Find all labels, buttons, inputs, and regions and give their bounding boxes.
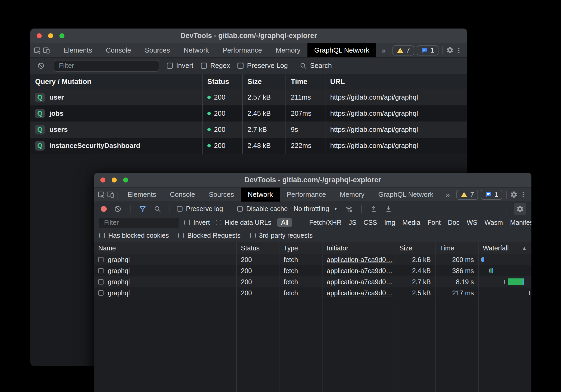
checkbox-box[interactable] bbox=[201, 63, 207, 69]
type-filter-js[interactable]: JS bbox=[349, 219, 356, 226]
record-network-log-button[interactable] bbox=[101, 206, 107, 212]
more-options-icon[interactable] bbox=[518, 188, 528, 202]
checkbox-box[interactable] bbox=[177, 206, 183, 212]
settings-gear-icon[interactable] bbox=[445, 43, 454, 57]
table-row[interactable]: Qjobs 200 2.45 kB 207ms https://gitlab.c… bbox=[30, 105, 467, 122]
device-toolbar-icon[interactable] bbox=[106, 188, 115, 202]
regex-checkbox[interactable]: Regex bbox=[201, 62, 230, 70]
tab-performance[interactable]: Performance bbox=[216, 43, 269, 57]
column-header-size[interactable]: Size bbox=[395, 242, 435, 254]
column-header-url[interactable]: URL bbox=[325, 74, 467, 89]
titlebar[interactable]: DevTools - gitlab.com/-/graphql-explorer bbox=[94, 173, 531, 188]
checkbox-box[interactable] bbox=[167, 63, 173, 69]
network-request-row[interactable]: graphql 200 fetch application-a7ca9d0… 2… bbox=[94, 265, 531, 276]
hide-data-urls-checkbox[interactable]: Hide data URLs bbox=[216, 219, 271, 226]
tab-graphql-network[interactable]: GraphQL Network bbox=[307, 43, 376, 57]
checkbox-box[interactable] bbox=[99, 233, 105, 238]
tab-memory[interactable]: Memory bbox=[333, 188, 371, 202]
initiator-link[interactable]: application-a7ca9d0… bbox=[327, 256, 392, 264]
column-header-status[interactable]: Status bbox=[236, 242, 279, 254]
column-header-size[interactable]: Size bbox=[242, 74, 286, 89]
type-filter-img[interactable]: Img bbox=[384, 219, 395, 226]
row-checkbox[interactable] bbox=[98, 279, 104, 284]
column-header-waterfall[interactable]: Waterfall ▲ bbox=[478, 242, 531, 254]
network-settings-gear-icon[interactable] bbox=[514, 203, 526, 215]
type-filter-wasm[interactable]: Wasm bbox=[484, 219, 503, 226]
checkbox-box[interactable] bbox=[216, 220, 221, 225]
import-har-icon[interactable] bbox=[368, 205, 379, 213]
export-har-icon[interactable] bbox=[383, 205, 394, 213]
type-filter-doc[interactable]: Doc bbox=[448, 219, 459, 226]
network-request-row[interactable]: graphql 200 fetch application-a7ca9d0… 2… bbox=[94, 276, 531, 287]
warnings-badge[interactable]: 7 bbox=[456, 190, 478, 200]
tab-sources[interactable]: Sources bbox=[202, 188, 241, 202]
row-checkbox[interactable] bbox=[98, 268, 104, 273]
initiator-link[interactable]: application-a7ca9d0… bbox=[327, 289, 392, 297]
minimize-window-button[interactable] bbox=[48, 33, 53, 38]
type-filter-all[interactable]: All bbox=[277, 218, 292, 227]
checkbox-box[interactable] bbox=[178, 233, 184, 238]
inspect-element-icon[interactable] bbox=[33, 43, 42, 57]
maximize-window-button[interactable] bbox=[123, 178, 128, 183]
checkbox-box[interactable] bbox=[184, 220, 190, 225]
has-blocked-cookies-checkbox[interactable]: Has blocked cookies bbox=[99, 232, 169, 239]
column-header-initiator[interactable]: Initiator bbox=[322, 242, 395, 254]
titlebar[interactable]: DevTools - gitlab.com/-/graphql-explorer bbox=[30, 29, 467, 43]
more-tabs-icon[interactable]: » bbox=[376, 43, 391, 57]
search-button[interactable]: Search bbox=[300, 62, 332, 70]
type-filter-ws[interactable]: WS bbox=[467, 219, 477, 226]
table-row[interactable]: Qusers 200 2.7 kB 9s https://gitlab.com/… bbox=[30, 122, 467, 138]
initiator-link[interactable]: application-a7ca9d0… bbox=[327, 267, 392, 275]
type-filter-css[interactable]: CSS bbox=[363, 219, 377, 226]
blocked-requests-checkbox[interactable]: Blocked Requests bbox=[178, 232, 241, 239]
tab-network[interactable]: Network bbox=[241, 188, 280, 202]
warnings-badge[interactable]: 7 bbox=[392, 45, 414, 55]
tab-elements[interactable]: Elements bbox=[57, 43, 99, 57]
table-row[interactable]: Quser 200 2.57 kB 211ms https://gitlab.c… bbox=[30, 89, 467, 105]
minimize-window-button[interactable] bbox=[112, 178, 117, 183]
maximize-window-button[interactable] bbox=[59, 33, 64, 38]
tab-console[interactable]: Console bbox=[163, 188, 202, 202]
column-header-query-mutation[interactable]: Query / Mutation bbox=[30, 74, 202, 89]
more-options-icon[interactable] bbox=[454, 43, 463, 57]
tab-performance[interactable]: Performance bbox=[280, 188, 333, 202]
tab-console[interactable]: Console bbox=[99, 43, 138, 57]
invert-checkbox[interactable]: Invert bbox=[167, 62, 193, 70]
messages-badge[interactable]: 1 bbox=[481, 190, 502, 200]
network-conditions-icon[interactable] bbox=[344, 205, 354, 213]
inspect-element-icon[interactable] bbox=[97, 188, 106, 202]
column-header-time[interactable]: Time bbox=[435, 242, 478, 254]
network-request-row[interactable]: graphql 200 fetch application-a7ca9d0… 2… bbox=[94, 287, 531, 298]
column-header-status[interactable]: Status bbox=[202, 74, 242, 89]
filter-input[interactable] bbox=[54, 60, 159, 72]
settings-gear-icon[interactable] bbox=[509, 188, 519, 202]
device-toolbar-icon[interactable] bbox=[42, 43, 51, 57]
checkbox-box[interactable] bbox=[250, 233, 256, 238]
type-filter-media[interactable]: Media bbox=[402, 219, 420, 226]
row-checkbox[interactable] bbox=[98, 290, 104, 296]
close-window-button[interactable] bbox=[100, 178, 105, 183]
tab-network[interactable]: Network bbox=[177, 43, 216, 57]
messages-badge[interactable]: 1 bbox=[417, 45, 438, 55]
clear-network-log-icon[interactable] bbox=[113, 205, 123, 213]
filter-input[interactable] bbox=[99, 218, 179, 228]
throttling-dropdown[interactable]: No throttling ▼ bbox=[292, 205, 339, 213]
tab-elements[interactable]: Elements bbox=[121, 188, 163, 202]
type-filter-manifest[interactable]: Manifest bbox=[510, 219, 531, 226]
invert-checkbox[interactable]: Invert bbox=[184, 219, 210, 226]
type-filter-font[interactable]: Font bbox=[427, 219, 441, 226]
disable-cache-checkbox[interactable]: Disable cache bbox=[237, 205, 288, 213]
tab-memory[interactable]: Memory bbox=[269, 43, 307, 57]
row-checkbox[interactable] bbox=[98, 257, 104, 262]
clear-icon[interactable] bbox=[36, 62, 46, 69]
network-request-row[interactable]: graphql 200 fetch application-a7ca9d0… 2… bbox=[94, 254, 531, 265]
close-window-button[interactable] bbox=[37, 33, 42, 38]
column-header-name[interactable]: Name bbox=[94, 242, 236, 254]
checkbox-box[interactable] bbox=[237, 63, 244, 69]
column-header-time[interactable]: Time bbox=[286, 74, 325, 89]
table-row[interactable]: QinstanceSecurityDashboard 200 2.48 kB 2… bbox=[30, 138, 467, 154]
initiator-link[interactable]: application-a7ca9d0… bbox=[327, 278, 392, 286]
more-tabs-icon[interactable]: » bbox=[440, 188, 455, 202]
column-header-type[interactable]: Type bbox=[279, 242, 322, 254]
type-filter-fetch-xhr[interactable]: Fetch/XHR bbox=[309, 219, 342, 226]
